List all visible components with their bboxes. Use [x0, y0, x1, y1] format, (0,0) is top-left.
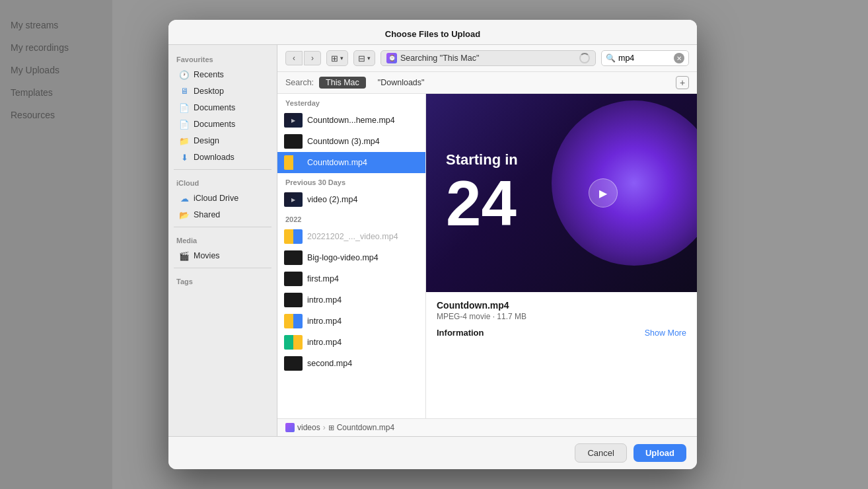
file-group-2022: 2022 — [277, 210, 425, 226]
grid-view-button[interactable]: ⊟ ▾ — [353, 50, 375, 66]
sidebar-divider-1 — [174, 169, 271, 170]
list-item[interactable]: intro.mp4 — [277, 311, 425, 332]
desktop-icon: 🖥 — [179, 86, 190, 96]
column-view-chevron: ▾ — [340, 55, 344, 61]
breadcrumb-file: Countdown.mp4 — [337, 423, 394, 432]
file-group-30days: Previous 30 Days — [277, 173, 425, 189]
search-scope-bar: Search: This Mac "Downloads" + — [277, 72, 697, 94]
preview-info-title: Information — [437, 328, 484, 338]
breadcrumb-folder-icon — [285, 423, 295, 432]
list-item[interactable]: first.mp4 — [277, 268, 425, 289]
grid-view-chevron: ▾ — [367, 55, 371, 61]
file-name: first.mp4 — [307, 274, 419, 283]
file-name: intro.mp4 — [307, 338, 419, 347]
search-box[interactable]: 🔍 ✕ — [601, 50, 689, 66]
preview-filetype: MPEG-4 movie · 11.7 MB — [437, 312, 686, 321]
file-name: intro.mp4 — [307, 295, 419, 305]
preview-starting-in-text: Starting in — [446, 151, 677, 169]
breadcrumb-separator: › — [323, 423, 326, 432]
sidebar-item-icloud-label: iCloud Drive — [194, 194, 238, 203]
sidebar-item-desktop-label: Desktop — [194, 87, 224, 96]
file-group-yesterday: Yesterday — [277, 94, 425, 110]
sidebar-section-tags: Tags — [168, 272, 277, 288]
file-name: 20221202_..._video.mp4 — [307, 232, 419, 241]
file-name: intro.mp4 — [307, 317, 419, 326]
list-item[interactable]: Countdown...heme.mp4 — [277, 110, 425, 131]
dialog-footer: Cancel Upload — [168, 436, 697, 469]
sidebar-item-movies-label: Movies — [194, 251, 220, 260]
list-item[interactable]: intro.mp4 — [277, 289, 425, 311]
dialog-title: Choose Files to Upload — [168, 20, 697, 45]
nav-buttons: ‹ › — [285, 51, 321, 65]
file-thumbnail — [284, 356, 303, 371]
sidebar-item-design[interactable]: 📁 Design — [171, 133, 274, 149]
preview-info: Countdown.mp4 MPEG-4 movie · 11.7 MB Inf… — [426, 292, 697, 418]
list-item[interactable]: second.mp4 — [277, 353, 425, 374]
sidebar-divider-3 — [174, 268, 271, 268]
list-item[interactable]: 20221202_..._video.mp4 — [277, 226, 425, 247]
sidebar-item-shared[interactable]: 📂 Shared — [171, 207, 274, 223]
sidebar-item-desktop[interactable]: 🖥 Desktop — [171, 83, 274, 99]
sidebar-section-icloud: iCloud — [168, 174, 277, 190]
back-button[interactable]: ‹ — [285, 51, 303, 65]
list-item[interactable]: intro.mp4 — [277, 332, 425, 353]
scope-add-button[interactable]: + — [676, 76, 689, 89]
file-thumbnail — [284, 229, 303, 244]
column-view-button[interactable]: ⊞ ▾ — [326, 50, 348, 66]
preview-number-text: 24 — [446, 172, 677, 235]
content-area: Yesterday Countdown...heme.mp4 Countdown… — [277, 94, 697, 418]
documents-icon: 📄 — [179, 102, 190, 113]
toolbar: ‹ › ⊞ ▾ ⊟ ▾ ⌚ Searching "This Mac" — [277, 45, 697, 72]
sidebar-item-documents1-label: Documents — [194, 103, 235, 112]
search-input[interactable] — [618, 54, 671, 63]
dialog-body: Favourites 🕐 Recents 🖥 Desktop 📄 Documen… — [168, 45, 697, 436]
file-thumbnail — [284, 192, 303, 207]
forward-button[interactable]: › — [304, 51, 321, 65]
sidebar-item-icloud-drive[interactable]: ☁ iCloud Drive — [171, 190, 274, 206]
sidebar-section-media: Media — [168, 231, 277, 247]
list-item[interactable]: video (2).mp4 — [277, 189, 425, 210]
file-name: Countdown...heme.mp4 — [307, 116, 419, 125]
file-name: Countdown.mp4 — [307, 158, 419, 167]
upload-button[interactable]: Upload — [633, 444, 686, 462]
sidebar-item-documents1[interactable]: 📄 Documents — [171, 100, 274, 116]
sidebar-item-documents2[interactable]: 📄 Documents — [171, 116, 274, 132]
file-thumbnail — [284, 335, 303, 350]
sidebar-item-recents[interactable]: 🕐 Recents — [171, 67, 274, 83]
sidebar-item-movies[interactable]: 🎬 Movies — [171, 248, 274, 264]
scope-downloads-button[interactable]: "Downloads" — [371, 77, 431, 89]
sidebar-item-downloads[interactable]: ⬇ Downloads — [171, 149, 274, 165]
list-item[interactable]: Countdown (3).mp4 — [277, 131, 425, 152]
cancel-button[interactable]: Cancel — [575, 443, 626, 463]
file-name: Countdown (3).mp4 — [307, 137, 419, 146]
file-thumbnail — [284, 134, 303, 149]
preview-play-button[interactable]: ▶ — [589, 178, 618, 207]
preview-panel: Starting in 24 ▶ Countdown.mp4 MPEG-4 mo… — [426, 94, 697, 418]
list-item-selected[interactable]: Countdown.mp4 — [277, 152, 425, 173]
preview-text-overlay: Starting in 24 — [426, 138, 697, 248]
file-thumbnail — [284, 155, 303, 170]
preview-image: Starting in 24 ▶ — [426, 94, 697, 292]
downloads-icon: ⬇ — [179, 152, 190, 163]
movies-icon: 🎬 — [179, 250, 190, 261]
preview-show-more-button[interactable]: Show More — [645, 328, 686, 338]
sidebar-item-documents2-label: Documents — [194, 120, 235, 129]
preview-info-row: Information Show More — [437, 328, 686, 338]
scope-this-mac-button[interactable]: This Mac — [319, 77, 366, 89]
location-icon: ⌚ — [386, 53, 397, 63]
sidebar-item-design-label: Design — [194, 136, 219, 145]
file-chooser-dialog: Choose Files to Upload Favourites 🕐 Rece… — [168, 20, 697, 469]
file-name: second.mp4 — [307, 359, 419, 368]
sidebar-divider-2 — [174, 227, 271, 227]
breadcrumb-bar: videos › ⊞ Countdown.mp4 — [277, 418, 697, 436]
sidebar-item-recents-label: Recents — [194, 70, 224, 79]
sidebar: Favourites 🕐 Recents 🖥 Desktop 📄 Documen… — [168, 45, 277, 436]
list-item[interactable]: Big-logo-video.mp4 — [277, 247, 425, 268]
file-name: video (2).mp4 — [307, 195, 419, 204]
search-clear-button[interactable]: ✕ — [674, 53, 684, 63]
sidebar-item-downloads-label: Downloads — [194, 153, 235, 162]
grid-view-icon: ⊟ — [358, 54, 365, 63]
search-scope-label: Search: — [285, 78, 314, 87]
location-text: Searching "This Mac" — [400, 54, 479, 63]
breadcrumb-folder: videos — [297, 423, 320, 432]
